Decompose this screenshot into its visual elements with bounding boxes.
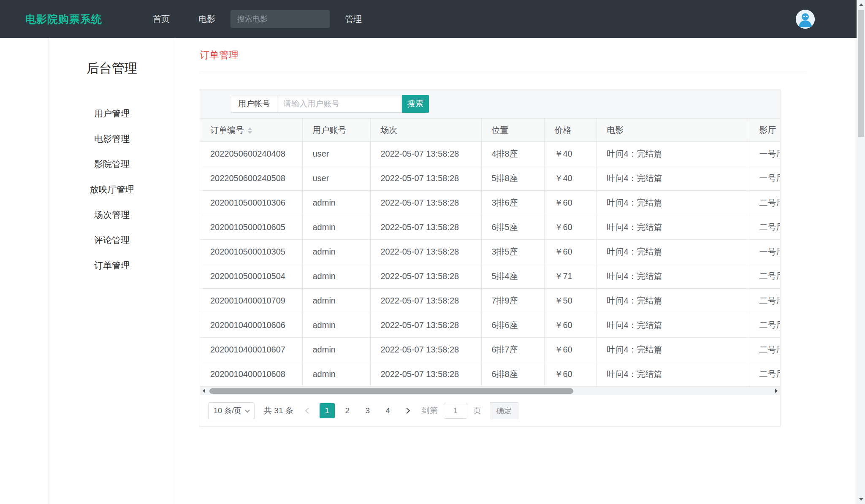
column-header: 价格 bbox=[544, 119, 597, 142]
main-content: 订单管理 用户帐号 搜索 订单编号用户账号场次位置价格电影影厅 20220506… bbox=[200, 38, 807, 427]
user-avatar[interactable] bbox=[796, 10, 815, 29]
table-cell: 叶问4：完结篇 bbox=[597, 215, 749, 240]
table-cell: 一号厅 bbox=[749, 240, 780, 264]
page-size-value: 10 条/页 bbox=[214, 406, 241, 416]
table-cell: 3排5座 bbox=[481, 240, 544, 264]
table-cell: 2022-05-07 13:58:28 bbox=[370, 264, 481, 289]
table-cell: 2022-05-07 13:58:28 bbox=[370, 338, 481, 362]
scroll-up-icon[interactable] bbox=[859, 3, 863, 6]
sidebar: 后台管理 用户管理电影管理影院管理放映厅管理场次管理评论管理订单管理 bbox=[49, 38, 175, 504]
table-cell: admin bbox=[302, 215, 370, 240]
table-cell: admin bbox=[302, 313, 370, 338]
table-cell: 5排4座 bbox=[481, 264, 544, 289]
page-button-3[interactable]: 3 bbox=[360, 403, 375, 418]
table-cell: 叶问4：完结篇 bbox=[597, 166, 749, 191]
page-title: 订单管理 bbox=[200, 38, 807, 71]
table-cell: ￥50 bbox=[544, 289, 597, 313]
page-button-1[interactable]: 1 bbox=[320, 403, 335, 418]
sidebar-item-movie-management[interactable]: 电影管理 bbox=[49, 126, 175, 152]
column-header: 影厅 bbox=[749, 119, 780, 142]
table-cell: 二号厅 bbox=[749, 362, 780, 387]
table-cell: admin bbox=[302, 338, 370, 362]
table-cell: 3排6座 bbox=[481, 191, 544, 215]
nav-item-manage[interactable]: 管理 bbox=[345, 14, 362, 25]
table-cell: 2022-05-07 13:58:28 bbox=[370, 313, 481, 338]
table-row: 2020010500010306admin2022-05-07 13:58:28… bbox=[200, 191, 780, 215]
scroll-left-icon[interactable] bbox=[203, 389, 205, 393]
table-cell: ￥60 bbox=[544, 313, 597, 338]
table-cell: 2022-05-07 13:58:28 bbox=[370, 191, 481, 215]
goto-page-input[interactable] bbox=[444, 403, 467, 419]
table-cell: 2020010500010605 bbox=[200, 215, 302, 240]
scroll-right-icon[interactable] bbox=[775, 389, 778, 393]
avatar-icon bbox=[796, 10, 815, 29]
table-cell: 4排8座 bbox=[481, 142, 544, 166]
pagination-bar: 10 条/页 共 31 条 1234 到第 页 确定 bbox=[200, 395, 780, 426]
table-cell: ￥60 bbox=[544, 215, 597, 240]
table-cell: 叶问4：完结篇 bbox=[597, 289, 749, 313]
vscroll-thumb[interactable] bbox=[858, 10, 864, 137]
sidebar-menu: 用户管理电影管理影院管理放映厅管理场次管理评论管理订单管理 bbox=[49, 101, 175, 278]
page-button-2[interactable]: 2 bbox=[340, 403, 355, 418]
table-cell: user bbox=[302, 142, 370, 166]
search-field-label: 用户帐号 bbox=[231, 95, 277, 113]
confirm-page-button[interactable]: 确定 bbox=[490, 402, 518, 419]
table-cell: 2022-05-07 13:58:28 bbox=[370, 142, 481, 166]
table-cell: 5排8座 bbox=[481, 166, 544, 191]
search-button[interactable]: 搜索 bbox=[402, 95, 429, 113]
sidebar-item-session-management[interactable]: 场次管理 bbox=[49, 202, 175, 228]
table-cell: 一号厅 bbox=[749, 166, 780, 191]
table-cell: 6排8座 bbox=[481, 362, 544, 387]
sidebar-item-hall-management[interactable]: 放映厅管理 bbox=[49, 177, 175, 202]
user-account-input[interactable] bbox=[277, 95, 402, 113]
page-button-4[interactable]: 4 bbox=[380, 403, 396, 418]
search-bar: 用户帐号 搜索 bbox=[200, 89, 780, 118]
table-cell: 叶问4：完结篇 bbox=[597, 264, 749, 289]
column-header: 用户账号 bbox=[302, 119, 370, 142]
sidebar-item-cinema-management[interactable]: 影院管理 bbox=[49, 152, 175, 177]
pagination-pages: 1234 bbox=[317, 403, 398, 418]
prev-page-button[interactable] bbox=[304, 406, 313, 415]
table-row: 2020010400010607admin2022-05-07 13:58:28… bbox=[200, 338, 780, 362]
table-row: 2020010400010608admin2022-05-07 13:58:28… bbox=[200, 362, 780, 387]
table-cell: admin bbox=[302, 191, 370, 215]
table-cell: 叶问4：完结篇 bbox=[597, 313, 749, 338]
hscroll-thumb[interactable] bbox=[209, 388, 573, 394]
table-cell: 叶问4：完结篇 bbox=[597, 362, 749, 387]
orders-table: 订单编号用户账号场次位置价格电影影厅 2022050600240408user2… bbox=[200, 118, 780, 387]
goto-page-unit: 页 bbox=[473, 405, 481, 416]
next-page-button[interactable] bbox=[402, 406, 412, 415]
page-size-select[interactable]: 10 条/页 bbox=[208, 402, 255, 419]
sidebar-item-user-management[interactable]: 用户管理 bbox=[49, 101, 175, 126]
table-cell: admin bbox=[302, 362, 370, 387]
table-cell: 叶问4：完结篇 bbox=[597, 142, 749, 166]
chevron-left-icon bbox=[305, 408, 311, 414]
table-cell: ￥71 bbox=[544, 264, 597, 289]
nav-item-movies[interactable]: 电影 bbox=[198, 14, 215, 25]
column-header: 位置 bbox=[481, 119, 544, 142]
sort-icon[interactable] bbox=[248, 127, 252, 134]
table-cell: 二号厅 bbox=[749, 191, 780, 215]
column-header: 场次 bbox=[370, 119, 481, 142]
movie-search-input[interactable] bbox=[230, 10, 330, 28]
table-cell: 二号厅 bbox=[749, 215, 780, 240]
sidebar-item-order-management[interactable]: 订单管理 bbox=[49, 253, 175, 278]
table-row: 2020010500010504admin2022-05-07 13:58:28… bbox=[200, 264, 780, 289]
column-header[interactable]: 订单编号 bbox=[200, 119, 302, 142]
table-cell: ￥40 bbox=[544, 142, 597, 166]
table-cell: 7排9座 bbox=[481, 289, 544, 313]
table-cell: admin bbox=[302, 289, 370, 313]
vertical-scrollbar[interactable] bbox=[857, 0, 865, 504]
table-cell: 2020010400010608 bbox=[200, 362, 302, 387]
app-logo[interactable]: 电影院购票系统 bbox=[25, 12, 102, 26]
chevron-right-icon bbox=[404, 408, 410, 414]
table-header-row: 订单编号用户账号场次位置价格电影影厅 bbox=[200, 119, 780, 142]
total-count-label: 共 31 条 bbox=[264, 405, 293, 416]
scroll-down-icon[interactable] bbox=[859, 498, 863, 501]
table-cell: 2020010500010305 bbox=[200, 240, 302, 264]
horizontal-scrollbar[interactable] bbox=[200, 387, 780, 395]
nav-item-home[interactable]: 首页 bbox=[153, 14, 170, 25]
sidebar-item-comment-management[interactable]: 评论管理 bbox=[49, 228, 175, 253]
table-cell: 2020010500010504 bbox=[200, 264, 302, 289]
table-cell: ￥40 bbox=[544, 166, 597, 191]
